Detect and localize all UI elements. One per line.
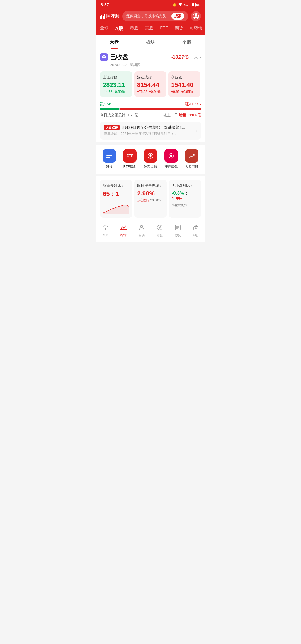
app-logo: 同花顺 xyxy=(100,13,120,19)
tab-gegu[interactable]: 个股 xyxy=(182,39,191,49)
main-tabs: 大盘 板块 个股 xyxy=(96,35,205,49)
stat-card-daxiaopan[interactable]: 大小盘对比 › -0.3%：1.6% 小盘股更强 xyxy=(169,180,201,218)
news-tag: 大盘点评 xyxy=(104,125,120,130)
stat-value-zhangtingduibi: 65：1 xyxy=(103,190,129,198)
index-card-shangzheng[interactable]: 上证指数 2823.11 -14.32 -0.50% xyxy=(100,71,132,97)
mini-chart-1 xyxy=(103,200,129,214)
index-change-abs-sz: +75.62 xyxy=(137,90,147,94)
index-cards: 上证指数 2823.11 -14.32 -0.50% 深证成指 8154.44 … xyxy=(100,71,201,97)
search-hint: 涨停聚焦，寻找市场龙头 xyxy=(126,14,166,19)
chevron-right-icon[interactable]: › xyxy=(200,55,201,59)
volume-increase-value: +1106亿 xyxy=(187,113,201,117)
svg-point-19 xyxy=(140,225,143,227)
menu-item-dapanhuigu[interactable]: 大盘回顾 xyxy=(181,149,202,169)
stat-sub-zuori: 乐心医疗 20.00% xyxy=(137,198,164,202)
stat-card-zuoritingbiaoxian[interactable]: 昨日涨停表现 › 2.98% 乐心医疗 20.00% xyxy=(134,180,166,218)
rise-count-label[interactable]: 涨4177 › xyxy=(185,101,201,107)
market-nav-item-ganggu[interactable]: 港股 xyxy=(129,25,139,32)
news-subtitle: 隆基绿能：2024年半年度报告延期至8月31日；... xyxy=(104,132,192,136)
nav-label-hangqing: 行情 xyxy=(120,233,127,237)
rise-bar xyxy=(120,108,201,110)
tab-dapan[interactable]: 大盘 xyxy=(110,39,119,49)
search-box[interactable]: 涨停聚焦，寻找市场龙头 搜索 xyxy=(122,11,188,21)
market-date: 2024-08-29 星期四 xyxy=(110,62,201,67)
nav-icon-zixuan xyxy=(138,224,145,233)
logo-text: 同花顺 xyxy=(106,13,120,19)
svg-point-7 xyxy=(103,56,105,58)
stat-value-zuori: 2.98% xyxy=(137,190,164,197)
svg-rect-17 xyxy=(105,228,106,230)
svg-point-12 xyxy=(170,155,172,157)
nav-label-licai: 理财 xyxy=(193,234,199,238)
index-card-shenzhen[interactable]: 深证成指 8154.44 +75.62 +0.94% xyxy=(134,71,166,97)
nav-item-zixuan[interactable]: 自选 xyxy=(133,224,150,238)
market-nav-item-quanqiu[interactable]: 全球 xyxy=(99,25,110,32)
market-nav-item-meigu[interactable]: 美股 xyxy=(144,25,154,32)
divider-line: —入 xyxy=(190,55,198,60)
nav-icon-shoye xyxy=(102,224,109,232)
index-card-chuangye[interactable]: 创业板 1541.40 +9.95 +0.65% xyxy=(168,71,200,97)
nav-item-jiaoyi[interactable]: ¥ 交易 xyxy=(151,224,168,238)
fall-bar xyxy=(100,108,119,110)
stat-header-zhangtingduibi[interactable]: 涨跌停对比 › xyxy=(103,183,129,188)
nav-label-zixuan: 自选 xyxy=(139,234,145,238)
svg-point-27 xyxy=(195,228,196,229)
market-nav-item-agu[interactable]: A股 xyxy=(114,25,124,32)
menu-label-zhangtingjj: 涨停聚焦 xyxy=(164,164,178,169)
lx-yiliao-label: 乐心医疗 xyxy=(137,198,149,202)
menu-item-etf[interactable]: ETF ETF基金 xyxy=(120,149,140,169)
search-button[interactable]: 搜索 xyxy=(171,13,184,20)
stats-section: 涨跌停对比 › 65：1 昨日涨停表现 › 2.98% 乐心医疗 20.00% … xyxy=(96,176,205,222)
status-time: 8:37 xyxy=(101,2,109,7)
index-name-shangzheng: 上证指数 xyxy=(103,75,129,80)
index-name-shenzhen: 深证成指 xyxy=(137,75,164,80)
stat-card-zhangtingduibi[interactable]: 涨跌停对比 › 65：1 xyxy=(100,180,132,218)
news-chevron-icon[interactable]: › xyxy=(195,127,197,134)
nav-item-licai[interactable]: 理财 xyxy=(188,224,204,238)
svg-rect-1 xyxy=(191,4,191,6)
nav-icon-jiaoyi: ¥ xyxy=(156,224,163,233)
menu-item-zhangtingJJ[interactable]: 涨停聚焦 xyxy=(161,149,181,169)
avatar-button[interactable] xyxy=(191,11,201,21)
index-value-shenzhen: 8154.44 xyxy=(137,81,164,89)
status-bar: 8:37 🔔 4G 51 xyxy=(96,0,205,9)
volume-vs: 较上一日 增量 +1106亿 xyxy=(163,113,201,118)
menu-item-hushen[interactable]: 沪深港通 xyxy=(140,149,161,169)
alarm-icon: 🔔 xyxy=(173,3,177,7)
tab-bankuai[interactable]: 板块 xyxy=(146,39,155,49)
dapanhuigu-icon xyxy=(185,149,198,163)
nav-label-jiaoyi: 交易 xyxy=(157,234,163,238)
signal-icon: 4G xyxy=(184,3,188,6)
nav-icon-zixun xyxy=(174,224,181,233)
nav-item-hangqing[interactable]: 行情 xyxy=(115,224,132,238)
nav-item-shoye[interactable]: 首页 xyxy=(97,224,114,238)
stat-sub-daxiaopan: 小盘股更强 xyxy=(172,203,198,207)
market-nav-item-kzzq[interactable]: 可转债 xyxy=(189,25,203,32)
svg-text:¥: ¥ xyxy=(158,226,161,229)
market-closed-label: 已收盘 xyxy=(110,53,128,61)
hushen-icon xyxy=(144,149,157,163)
volume-row: 今日成交额总计 6072亿 较上一日 增量 +1106亿 xyxy=(100,113,201,118)
index-value-chuangye: 1541.40 xyxy=(171,81,198,89)
index-change-abs-cy: +9.95 xyxy=(171,90,179,94)
rise-fall-section: 跌966 涨4177 › 今日成交额总计 6072亿 较上一日 增量 +1106… xyxy=(100,101,201,118)
stat-header-zuori[interactable]: 昨日涨停表现 › xyxy=(137,183,164,188)
rise-fall-labels: 跌966 涨4177 › xyxy=(100,101,201,107)
nav-icon-hangqing xyxy=(120,224,127,232)
market-nav-item-etf[interactable]: ETF xyxy=(159,25,169,32)
stat-value-daxiaopan: -0.3%：1.6% xyxy=(172,190,198,202)
index-name-chuangye: 创业板 xyxy=(171,75,198,80)
nav-item-zixun[interactable]: 资讯 xyxy=(169,224,186,238)
index-change-shangzheng: -14.32 -0.50% xyxy=(103,90,129,94)
menu-item-yanbao[interactable]: 研报 xyxy=(99,149,120,169)
market-status-right[interactable]: -13.27亿 —入 › xyxy=(171,54,201,60)
market-nav-item-qihuo[interactable]: 期货 xyxy=(174,25,184,32)
index-change-pct: -0.50% xyxy=(114,90,125,94)
news-card[interactable]: 大盘点评 8月29日晚间公告集锦：隆基绿能2... 隆基绿能：2024年半年度报… xyxy=(100,122,201,140)
index-change-shenzhen: +75.62 +0.94% xyxy=(137,90,164,94)
header: 同花顺 涨停聚焦，寻找市场龙头 搜索 xyxy=(96,9,205,25)
stat-header-daxiaopan[interactable]: 大小盘对比 › xyxy=(172,183,198,188)
signal-bars xyxy=(190,3,194,7)
volume-increase-label: 增量 xyxy=(179,113,187,117)
zhangtingJJ-icon xyxy=(164,149,178,163)
